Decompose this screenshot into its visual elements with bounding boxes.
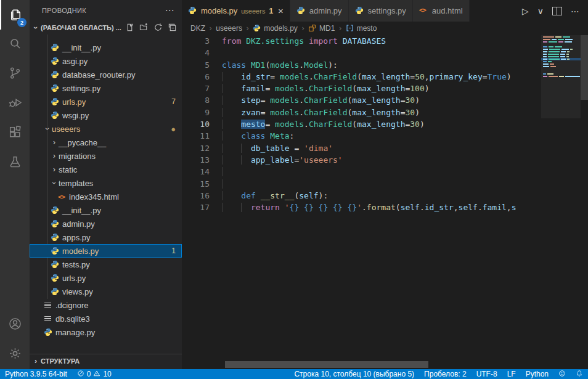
tree-item-urls.py[interactable]: urls.py <box>30 271 182 285</box>
new-folder-icon[interactable] <box>139 23 149 33</box>
activity-source-control[interactable] <box>0 59 30 89</box>
python-file-icon <box>50 287 59 296</box>
config-file-icon <box>43 314 52 324</box>
workspace-section-header[interactable]: › (РАБОЧАЯ ОБЛАСТЬ) ... <box>30 21 182 35</box>
activity-run-debug[interactable] <box>0 89 30 118</box>
code-line-7: 7 famil= models.CharField(max_length=100… <box>182 83 541 94</box>
line-number: 15 <box>182 178 210 190</box>
python-file-icon <box>50 84 59 93</box>
breadcrumb-models.py[interactable]: models.py <box>253 24 298 33</box>
horizontal-scrollbar[interactable] <box>225 361 428 368</box>
activity-bar: 2 <box>0 0 30 369</box>
tree-item-models.py[interactable]: models.py1 <box>30 244 182 258</box>
python-file-icon <box>50 111 59 120</box>
error-circle-icon <box>77 370 84 379</box>
tree-item-.dcignore[interactable]: .dcignore <box>30 298 182 312</box>
status-indentation[interactable]: Пробелов: 2 <box>419 369 472 379</box>
tree-item-static[interactable]: ›static <box>30 163 182 176</box>
warning-triangle-icon <box>93 370 100 379</box>
status-encoding[interactable]: UTF-8 <box>472 369 502 379</box>
python-file-icon <box>50 260 59 269</box>
python-file-icon <box>296 6 306 15</box>
vertical-scrollbar[interactable] <box>581 35 588 100</box>
status-python-interpreter[interactable]: Python 3.9.5 64-bit <box>0 369 72 379</box>
code-line-6: 6 id_str= models.CharField(max_length=50… <box>182 71 541 83</box>
python-file-icon <box>50 70 59 79</box>
refresh-icon[interactable] <box>153 23 163 33</box>
status-notifications[interactable] <box>571 369 588 379</box>
tree-item--pycache-[interactable]: ›__pycache__ <box>30 136 182 149</box>
tree-item-admin.py[interactable]: admin.py <box>30 217 182 230</box>
settings-gear-icon <box>7 346 23 364</box>
breadcrumb-md1[interactable]: MD1 <box>308 24 335 33</box>
run-icon[interactable]: ▷ <box>522 6 529 16</box>
explorer-title: ПРОВОДНИК <box>42 7 86 14</box>
split-editor-icon[interactable] <box>552 7 562 15</box>
activity-explorer[interactable]: 2 <box>0 0 30 30</box>
tree-item-manage.py[interactable]: manage.py <box>30 325 182 339</box>
git-badge: 7 <box>171 97 176 106</box>
tree-item--init-.py[interactable]: __init__.py <box>30 41 182 54</box>
collapse-all-icon[interactable] <box>168 23 177 33</box>
tree-item-apps.py[interactable]: apps.py <box>30 230 182 244</box>
new-file-icon[interactable] <box>125 23 134 33</box>
editor-actions: ▷∨⋯ <box>522 0 588 22</box>
tree-item-settings.py[interactable]: settings.py <box>30 81 182 95</box>
run-dropdown-icon[interactable]: ∨ <box>537 6 544 16</box>
breadcrumb-dkz[interactable]: DKZ <box>190 24 205 33</box>
activity-account[interactable] <box>0 310 30 340</box>
tab-aud.html[interactable]: <> aud.html <box>413 0 470 22</box>
close-icon[interactable]: × <box>278 6 284 15</box>
tree-item-migrations[interactable]: ›migrations <box>30 149 182 163</box>
minimap[interactable] <box>541 35 581 359</box>
status-problems[interactable]: 0 10 <box>72 369 116 379</box>
bell-icon <box>576 370 583 379</box>
more-icon[interactable]: ⋯ <box>571 6 579 16</box>
line-number: 11 <box>182 130 210 142</box>
chevron-right-icon: › <box>50 165 59 174</box>
tab-settings.py[interactable]: settings.py <box>349 0 413 22</box>
tree-item-index345.html[interactable]: <>index345.html <box>30 190 182 203</box>
tree-item-database-roouter.py[interactable]: database_roouter.py <box>30 68 182 81</box>
outline-section-header[interactable]: › СТРУКТУРА <box>30 354 182 368</box>
activity-search[interactable] <box>0 30 30 59</box>
tab-bar: models.py useeers 1 × admin.py settings.… <box>182 0 588 22</box>
tab-models.py[interactable]: models.py useeers 1 × <box>182 0 290 22</box>
status-bar: Python 3.9.5 64-bit 0 10 Строка 10, стол… <box>0 369 588 379</box>
tree-item-asgi.py[interactable]: asgi.py <box>30 54 182 68</box>
html-file-icon: <> <box>419 6 428 15</box>
chevron-down-icon: › <box>43 124 52 133</box>
tree-item--init-.py[interactable]: __init__.py <box>30 203 182 217</box>
activity-testing[interactable] <box>0 148 30 177</box>
activity-extensions[interactable] <box>0 118 30 148</box>
breadcrumb-mesto[interactable]: mesto <box>346 24 377 33</box>
code-line-3: 3from DKZ.settings import DATABASES <box>182 35 541 47</box>
python-file-icon <box>43 328 52 337</box>
code-editor[interactable]: 3from DKZ.settings import DATABASES 4 5c… <box>182 35 541 359</box>
status-feedback[interactable] <box>553 369 571 379</box>
breadcrumb-useeers[interactable]: useeers <box>216 24 242 33</box>
activity-settings-gear[interactable] <box>0 340 30 369</box>
python-file-icon <box>50 247 59 256</box>
tree-item-wsgi.py[interactable]: wsgi.py <box>30 108 182 122</box>
tab-detail: useeers <box>241 7 265 15</box>
source-control-icon <box>7 65 23 83</box>
tree-item-urls.py[interactable]: urls.py7 <box>30 95 182 108</box>
tree-item-views.py[interactable]: views.py <box>30 285 182 298</box>
tree-item-indexlement[interactable]: indexlement <box>30 35 182 41</box>
code-line-13: 13 app_label='useeers' <box>182 154 541 166</box>
explorer-more-actions-icon[interactable]: ⋯ <box>165 5 174 16</box>
tree-item-useeers[interactable]: ›useeers● <box>30 122 182 136</box>
tree-item-db.sqlite3[interactable]: db.sqlite3 <box>30 312 182 325</box>
tree-item-templates[interactable]: ›templates <box>30 176 182 190</box>
status-language-mode[interactable]: Python <box>521 369 553 379</box>
chevron-down-icon: › <box>50 179 59 187</box>
code-line-5: 5class MD1(models.Model): <box>182 59 541 71</box>
tree-item-tests.py[interactable]: tests.py <box>30 258 182 271</box>
tab-admin.py[interactable]: admin.py <box>290 0 349 22</box>
status-cursor-position[interactable]: Строка 10, столбец 10 (выбрано 5) <box>289 369 419 379</box>
status-eol[interactable]: LF <box>502 369 521 379</box>
sidebar-explorer: ПРОВОДНИК ⋯ › (РАБОЧАЯ ОБЛАСТЬ) ... inde… <box>30 0 182 369</box>
code-line-17: 17 return '{} {} {} {} {}'.format(self.i… <box>182 202 541 213</box>
python-file-icon <box>50 274 59 283</box>
